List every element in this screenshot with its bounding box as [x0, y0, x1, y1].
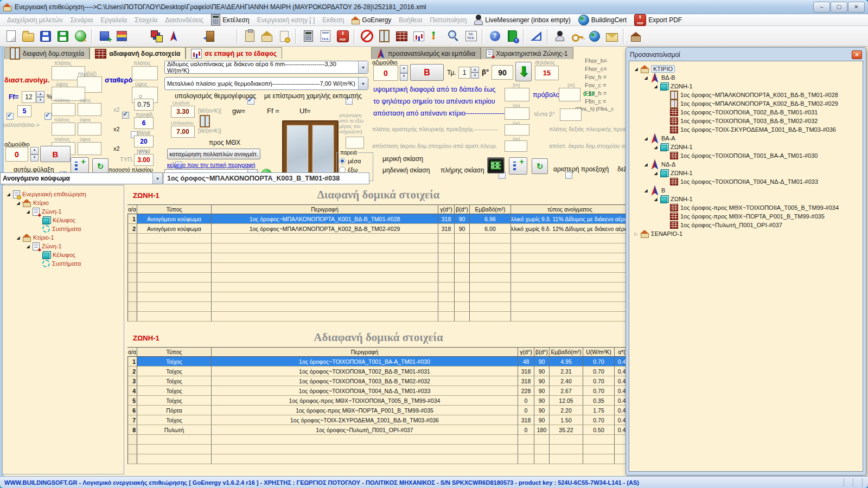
shading-calc-button[interactable]: [487, 157, 505, 174]
pane1-height-field[interactable]: [78, 103, 101, 116]
tree-item[interactable]: ◢ΚΤΙΡΙΟ: [634, 65, 863, 73]
dropdown-arrow-icon[interactable]: ▼: [358, 78, 368, 89]
tree-item[interactable]: ◢ΖΩΝΗ-1: [634, 169, 863, 177]
inside-radio[interactable]: [339, 158, 346, 164]
expanded-arrow-icon[interactable]: ◢: [643, 188, 648, 193]
tree-item[interactable]: 1ος όροφος~ΤΟΙΧΟΠΟΙΙΑ_Τ004_ΝΔ-Δ_ΤΜ01-#03…: [634, 177, 863, 186]
measure-button[interactable]: [527, 28, 545, 45]
openings-button[interactable]: [375, 28, 393, 45]
column-header[interactable]: β(d°): [455, 204, 470, 214]
license-key-button[interactable]: [569, 28, 586, 45]
menu-interconnections[interactable]: Διασυνδέσεις: [161, 15, 207, 25]
new-document-button[interactable]: [2, 28, 20, 45]
column-header[interactable]: Εμβαδό(m²): [550, 347, 583, 357]
refresh-button-right[interactable]: ↻: [532, 158, 548, 174]
dropdown-arrow-icon[interactable]: ▼: [358, 61, 368, 73]
open-study-button[interactable]: [20, 28, 37, 45]
table-row[interactable]: 3Τοίχος1ος όροφος~ΤΟΙΧΟΠΟΙΙΑ_Τ003_ΒΔ-Β_Τ…: [127, 376, 629, 386]
table-row[interactable]: 7Τοίχος1ος όροφος~ΤΟΙΧ-ΣΚΥΡΟΔΕΜΑ_Σ001_ΒΔ…: [127, 415, 629, 425]
undo-button[interactable]: [130, 28, 148, 45]
tab-ground-contact[interactable]: σε επαφή με το έδαφος: [186, 47, 282, 59]
signature-button[interactable]: [182, 28, 200, 45]
column-header[interactable]: τύπος ανοίγματος: [511, 204, 629, 214]
tools-button[interactable]: [217, 28, 234, 45]
right-azimuth-field[interactable]: 0: [373, 65, 398, 81]
calculation-button[interactable]: [299, 28, 317, 45]
title-bar[interactable]: Ενεργειακή επιθεώρηση---->C:\Users\ΠΟΤΟΓ…: [0, 0, 868, 14]
frame-type-dropdown[interactable]: Μεταλλικό πλαίσιο χωρίς θερμοδιακοπή----…: [164, 77, 368, 90]
tree-item[interactable]: 1ος όροφος~ΤΟΙΧΟΠΟΙΙΑ_Τ001_ΒΑ-Α_ΤΜ01-#03…: [634, 151, 863, 160]
pane3-height-field[interactable]: [78, 142, 101, 155]
expanded-arrow-icon[interactable]: ◢: [643, 136, 648, 141]
totee-button[interactable]: T.O. T.E.E.: [462, 28, 480, 45]
exit-door-button[interactable]: [200, 28, 217, 45]
prefix-text-link[interactable]: κείμενο πριν την τυπική περιγραφή: [167, 162, 256, 168]
building-button[interactable]: [258, 28, 276, 45]
save-all-button[interactable]: [54, 28, 72, 45]
menu-energy-category[interactable]: Ενεργειακή κατηγ.[ ]: [253, 15, 319, 25]
tab-transparent-elements[interactable]: διαφανή δομ.στοιχεία: [4, 47, 90, 59]
tree-item[interactable]: ▷ΣΕΝΑΡΙΟ-1: [634, 229, 863, 238]
web-info-button[interactable]: [72, 28, 89, 45]
column-header[interactable]: α/α: [127, 347, 137, 357]
expanded-arrow-icon[interactable]: ◢: [16, 235, 21, 240]
column-header[interactable]: Τύπος: [137, 347, 212, 357]
table-row[interactable]: 4Τοίχος1ος όροφος~ΤΟΙΧΟΠΟΙΙΑ_Τ004_ΝΔ-Δ_Τ…: [127, 386, 629, 396]
close-button[interactable]: ✕: [848, 2, 865, 12]
fixed-width-field[interactable]: [132, 66, 158, 80]
tree-item[interactable]: 1ος όροφος~ΤΟΙΧΟΠΟΙΙΑ_Τ003_ΒΔ-Β_ΤΜ02-#03…: [634, 117, 863, 125]
column-header[interactable]: U(W/m²K): [583, 347, 615, 357]
glazing-type-dropdown[interactable]: Δίδυμος υαλοπίνακας με διάκενο αέρα 6 mm…: [164, 61, 368, 74]
add-element-button[interactable]: [95, 28, 113, 45]
right-azimuth-spinner[interactable]: ▲▼: [400, 65, 408, 81]
orientation-panel[interactable]: Προσανατολισμοί ✕ ◢ΚΤΙΡΙΟ◢ΒΔ-Β◢ΖΩΝΗ-11ος…: [626, 47, 866, 476]
web-globe-button[interactable]: [586, 28, 603, 45]
left-azimuth-spinner[interactable]: ▲▼: [30, 147, 39, 162]
user-account-button[interactable]: [551, 28, 569, 45]
email-button[interactable]: [603, 28, 621, 45]
dwall-field[interactable]: 20: [134, 136, 154, 147]
column-header[interactable]: Περιγραφή: [212, 204, 438, 214]
multi-openings-button[interactable]: καταχώρηση πολλαπλών ανοιγμάτ.: [167, 149, 260, 159]
tree-item[interactable]: Συστήματα: [6, 259, 124, 268]
tree-item[interactable]: ◢Ενεργειακή επιθεώρηση: [6, 190, 124, 198]
tree-item[interactable]: 1ος όροφος~ΜΠΑΛΚΟΝΟΠΟΡΤΑ_Κ002_ΒΔ-Β_ΤΜ02-…: [634, 99, 863, 108]
dhlakos-field[interactable]: 15: [535, 66, 559, 80]
ff-spinner[interactable]: ▲▼: [36, 91, 44, 103]
menu-livemessenger[interactable]: LiveMessenger (inbox empty): [470, 14, 574, 26]
tree-item[interactable]: ◢Κτίριο: [6, 198, 124, 207]
table-row[interactable]: 1Ανοιγόμενο κούφωμα1ος όροφος~ΜΠΑΛΚΟΝΟΠΟ…: [127, 214, 629, 224]
menu-goenergy[interactable]: GoEnergy: [348, 15, 395, 25]
table-row[interactable]: 2Ανοιγόμενο κούφωμα1ος όροφος~ΜΠΑΛΚΟΝΟΠΟ…: [127, 224, 629, 234]
panel-close-button[interactable]: ✕: [852, 50, 862, 59]
tree-item[interactable]: 1ος όροφος-προς ΜΘΧ~ΤΟΙΧΟΠΟΙΙΑ_Τ005_Β_ΤΜ…: [634, 203, 863, 212]
menu-scenarios[interactable]: Σενάρια: [66, 15, 97, 25]
search-button[interactable]: [445, 28, 462, 45]
u-glass-field[interactable]: 3.30: [171, 106, 195, 118]
pane2-width-field[interactable]: [52, 123, 75, 136]
dropdown-arrow-icon[interactable]: ▼: [152, 173, 162, 184]
tree-item[interactable]: ◢ΖΩΝΗ-1: [634, 82, 863, 91]
pane1-width-field[interactable]: [52, 103, 75, 116]
tree-item[interactable]: 1ος όροφος-προς ΜΘΧ~ΠΟΡΤΑ_Ρ001_Β_ΤΜ99-#0…: [634, 212, 863, 221]
tee-export-button[interactable]: [317, 28, 334, 45]
color-palette-button[interactable]: [148, 28, 165, 45]
element-type-dropdown[interactable]: Ανοιγόμενο κούφωμα▼: [0, 172, 163, 184]
home-exit-button[interactable]: [627, 28, 644, 45]
left-proj-field[interactable]: [505, 124, 529, 136]
clipboard-button[interactable]: [241, 28, 258, 45]
glazing-right-checkbox[interactable]: [44, 113, 52, 120]
tree-item[interactable]: 1ος όροφος~ΤΟΙΧ-ΣΚΥΡΟΔΕΜΑ_Σ001_ΒΔ-Β_ΤΜ03…: [634, 125, 863, 134]
expanded-arrow-icon[interactable]: ◢: [25, 209, 30, 214]
add-shading-tree-button[interactable]: [509, 157, 527, 175]
chart-button[interactable]: [410, 28, 427, 45]
expanded-arrow-icon[interactable]: ◢: [16, 201, 21, 206]
certificate-button[interactable]: [276, 28, 293, 45]
tree-item[interactable]: 1ος όροφος~ΜΠΑΛΚΟΝΟΠΟΡΤΑ_Κ001_ΒΔ-Β_ΤΜ01-…: [634, 91, 863, 99]
maximize-button[interactable]: ▢: [831, 2, 847, 12]
expanded-arrow-icon[interactable]: ◢: [6, 192, 11, 197]
element-blocks-button[interactable]: [113, 28, 130, 45]
tree-item[interactable]: Κέλυφος: [6, 216, 124, 224]
right-direction-button[interactable]: B: [410, 64, 444, 81]
minimize-button[interactable]: ‒: [813, 2, 830, 12]
